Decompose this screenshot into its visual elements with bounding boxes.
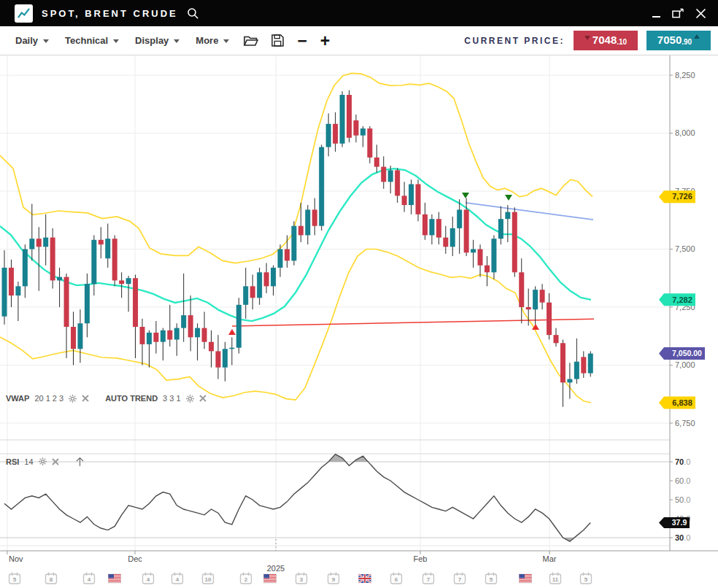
- rsi-value-tag-text: 37.9: [672, 518, 687, 527]
- calendar-event-icon[interactable]: 9: [328, 573, 339, 584]
- us-flag-event-icon[interactable]: [264, 574, 277, 583]
- calendar-day: 8: [50, 576, 53, 583]
- candle: [181, 274, 186, 342]
- candle-body-down: [285, 249, 290, 260]
- candle: [85, 274, 90, 337]
- candle-body-down: [347, 95, 352, 138]
- candle-body-down: [436, 219, 441, 237]
- candle-body-down: [443, 238, 448, 247]
- candle-body-up: [409, 184, 414, 205]
- window-titlebar: SPOT, BRENT CRUDE: [0, 0, 718, 26]
- chart-area[interactable]: 8,2508,0007,7507,5007,2507,0006,75070.06…: [0, 55, 718, 588]
- menu-timeframe[interactable]: Daily: [7, 31, 57, 50]
- window-title: SPOT, BRENT CRUDE: [42, 8, 178, 19]
- calendar-event-icon[interactable]: 6: [391, 573, 402, 584]
- close-button[interactable]: [695, 7, 706, 19]
- candles: [2, 90, 593, 407]
- calendar-event-icon[interactable]: 7: [455, 573, 466, 584]
- uk-flag-event-icon[interactable]: [359, 574, 371, 583]
- rsi-settings-gear-icon[interactable]: [39, 457, 47, 465]
- calendar-day: 6: [395, 576, 398, 583]
- us-flag-event-icon[interactable]: [520, 574, 532, 583]
- candle-body-down: [478, 249, 483, 265]
- rsi-value-tag: 37.9: [659, 517, 690, 528]
- zoom-in-button[interactable]: +: [314, 31, 336, 50]
- candle: [353, 115, 358, 142]
- candle: [471, 240, 476, 268]
- triangle-up-marker[interactable]: [228, 329, 236, 335]
- candle-body-up: [195, 328, 200, 338]
- vwap-settings-gear-icon[interactable]: [69, 395, 77, 403]
- candle-body-down: [133, 278, 138, 327]
- rsi-remove-icon[interactable]: [52, 458, 59, 465]
- candle-body-up: [450, 228, 455, 247]
- calendar-event-icon[interactable]: 8: [46, 573, 57, 584]
- menu-technical[interactable]: Technical: [57, 31, 127, 50]
- calendar-event-icon[interactable]: 4: [143, 573, 154, 584]
- open-folder-icon[interactable]: [237, 32, 265, 50]
- rsi-legend-params: 14: [24, 457, 33, 466]
- calendar-event-icon[interactable]: 5: [486, 573, 497, 584]
- candle: [395, 168, 400, 203]
- search-icon[interactable]: [187, 7, 199, 20]
- candle: [416, 179, 421, 221]
- triangle-down-marker[interactable]: [462, 193, 469, 198]
- price-tag-text: 7,050.00: [672, 349, 702, 357]
- menu-more[interactable]: More: [188, 31, 237, 50]
- candle-body-down: [402, 196, 407, 205]
- flag-stripe: [520, 579, 532, 579]
- calendar-event-icon[interactable]: 11: [550, 573, 561, 584]
- candle: [450, 217, 455, 256]
- calendar-event-icon[interactable]: 4: [172, 573, 183, 584]
- candle: [422, 203, 428, 240]
- calendar-event-icon[interactable]: 3: [296, 573, 307, 584]
- bid-price-badge[interactable]: 7048 .10: [574, 31, 638, 50]
- candle-body-up: [29, 239, 34, 249]
- candle: [409, 179, 414, 214]
- candle-body-down: [50, 238, 55, 281]
- candle-body-down: [381, 167, 386, 182]
- calendar-event-icon[interactable]: 10: [203, 573, 214, 584]
- candle-body-up: [491, 239, 496, 272]
- save-icon[interactable]: [265, 31, 290, 50]
- candle: [567, 363, 572, 398]
- triangle-down-marker[interactable]: [505, 195, 512, 201]
- calendar-event-icon[interactable]: 2: [241, 573, 252, 584]
- auto-trend-settings-gear-icon[interactable]: [186, 395, 194, 403]
- calendar-day: 2: [244, 576, 248, 583]
- candle-body-down: [298, 226, 304, 236]
- rsi-move-up-arrow-icon[interactable]: [74, 456, 85, 467]
- calendar-event-icon[interactable]: 5: [9, 573, 20, 584]
- vwap-remove-icon[interactable]: [82, 395, 89, 402]
- candle-body-up: [278, 249, 283, 267]
- auto-trendline[interactable]: [466, 203, 593, 220]
- auto-trend-remove-icon[interactable]: [199, 395, 206, 402]
- zoom-out-button[interactable]: −: [290, 31, 313, 50]
- candle: [402, 182, 407, 212]
- menu-display[interactable]: Display: [127, 31, 188, 50]
- calendar-event-icon[interactable]: 4: [84, 573, 95, 584]
- auto-trend-legend-name: AUTO TREND: [105, 394, 158, 403]
- price-tag: 7,282: [659, 293, 695, 306]
- calendar-event-icon[interactable]: 7: [423, 573, 434, 584]
- candle-body-up: [326, 124, 331, 147]
- candle: [188, 295, 193, 351]
- ask-price-badge[interactable]: 7050 .90: [646, 31, 711, 50]
- candle-body-down: [140, 327, 145, 344]
- support-trendline[interactable]: [232, 319, 594, 326]
- candle-body-down: [153, 333, 158, 342]
- candle: [243, 268, 248, 319]
- price-down-arrow-icon: [584, 36, 590, 40]
- calendar-day: 11: [552, 576, 559, 583]
- candle: [574, 339, 579, 384]
- candle-body-down: [547, 303, 552, 336]
- popout-button[interactable]: [672, 7, 684, 19]
- us-flag-event-icon[interactable]: [109, 574, 121, 583]
- chevron-down-icon: [113, 39, 119, 43]
- calendar-event-icon[interactable]: 5: [581, 573, 592, 584]
- flag-stripe: [264, 580, 277, 581]
- minimize-button[interactable]: [652, 7, 660, 19]
- price-chart-canvas[interactable]: 8,2508,0007,7507,5007,2507,0006,75070.06…: [0, 55, 718, 588]
- candle-body-up: [457, 209, 462, 228]
- calendar-day: 4: [147, 576, 150, 583]
